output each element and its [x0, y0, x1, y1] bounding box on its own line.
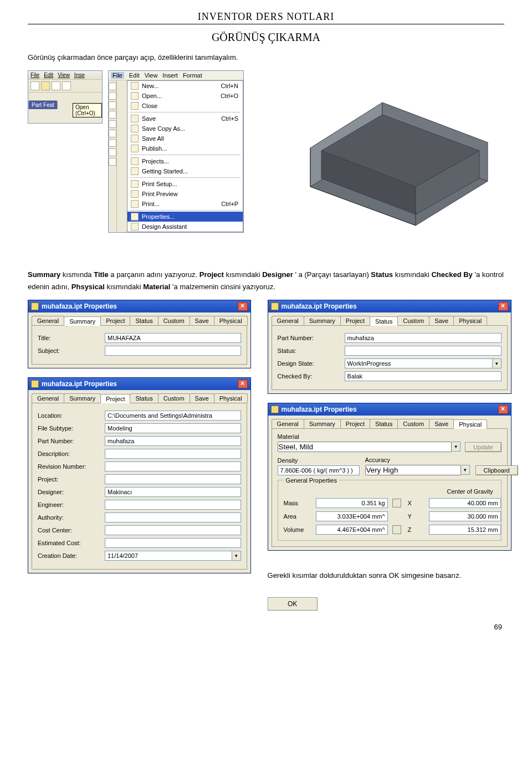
file-menu-item[interactable]: Close — [127, 101, 243, 111]
side-icon[interactable] — [109, 92, 116, 100]
file-menu-item[interactable]: Save All — [127, 134, 243, 143]
fm-menu-format[interactable]: Format — [183, 72, 202, 79]
file-menu-item[interactable]: Open...Ctrl+O — [127, 91, 243, 101]
menu-file[interactable]: File — [30, 72, 39, 78]
file-menu-item[interactable]: Print...Ctrl+P — [127, 199, 243, 209]
close-button[interactable]: × — [498, 302, 508, 311]
location-input[interactable] — [105, 411, 241, 421]
calc-icon[interactable] — [392, 499, 401, 508]
ok-button[interactable]: OK — [268, 597, 318, 611]
tab-general[interactable]: General — [272, 419, 304, 428]
designer-input[interactable] — [105, 487, 241, 497]
material-select[interactable] — [278, 442, 452, 452]
open-icon[interactable] — [41, 81, 50, 90]
area-input[interactable] — [316, 511, 388, 521]
tab-project[interactable]: Project — [100, 316, 130, 325]
tab-status[interactable]: Status — [370, 419, 398, 428]
side-icon[interactable] — [109, 130, 116, 137]
menu-edit[interactable]: Edit — [44, 72, 53, 78]
tab-general[interactable]: General — [32, 316, 64, 325]
tab-summary[interactable]: Summary — [304, 419, 341, 428]
file-menu-item[interactable]: Design Assistant — [127, 222, 243, 232]
tab-custom[interactable]: Custom — [158, 393, 190, 403]
undo-icon[interactable] — [62, 81, 71, 90]
close-button[interactable]: × — [498, 405, 508, 414]
tab-status[interactable]: Status — [130, 393, 158, 403]
tab-save[interactable]: Save — [429, 419, 454, 428]
tab-custom[interactable]: Custom — [397, 316, 429, 325]
density-input[interactable] — [278, 465, 360, 475]
fm-menu-insert[interactable]: Insert — [162, 72, 178, 79]
tab-project[interactable]: Project — [340, 316, 370, 325]
tab-general[interactable]: General — [32, 393, 64, 403]
designstate-select[interactable] — [345, 358, 493, 368]
projectfield-input[interactable] — [105, 474, 241, 484]
tab-save[interactable]: Save — [190, 316, 214, 325]
volume-input[interactable] — [316, 525, 388, 535]
tab-status[interactable]: Status — [370, 316, 398, 326]
side-icon[interactable] — [109, 158, 116, 166]
authority-input[interactable] — [105, 512, 241, 522]
accuracy-select[interactable] — [365, 465, 461, 475]
description-input[interactable] — [105, 449, 241, 459]
dropdown-arrow-icon[interactable]: ▼ — [461, 465, 470, 475]
checkedby-input[interactable] — [345, 371, 502, 381]
clipboard-button[interactable]: Clipboard — [475, 465, 518, 475]
partnumber-input[interactable] — [105, 436, 241, 446]
dropdown-arrow-icon[interactable]: ▼ — [493, 358, 502, 368]
tab-project[interactable]: Project — [340, 419, 370, 428]
side-icon[interactable] — [109, 148, 116, 156]
menu-insert[interactable]: Inse — [74, 72, 85, 78]
filesubtype-input[interactable] — [105, 423, 241, 433]
x-input[interactable] — [429, 498, 501, 508]
tab-physical[interactable]: Physical — [214, 393, 248, 403]
file-menu-item[interactable]: Print Setup... — [127, 179, 243, 189]
calc-icon[interactable] — [392, 525, 401, 534]
close-button[interactable]: × — [238, 380, 248, 388]
file-menu-item[interactable]: Projects... — [127, 156, 243, 166]
engineer-input[interactable] — [105, 500, 241, 510]
tab-status[interactable]: Status — [130, 316, 158, 325]
tab-physical[interactable]: Physical — [453, 419, 487, 429]
new-icon[interactable] — [30, 81, 39, 90]
side-icon[interactable] — [109, 111, 116, 119]
estimatedcost-input[interactable] — [105, 538, 241, 548]
close-button[interactable]: × — [238, 302, 248, 311]
status-input[interactable] — [345, 346, 502, 356]
subject-input[interactable] — [105, 346, 241, 356]
mini-menubar[interactable]: File Edit View Inse — [28, 71, 102, 80]
side-icon[interactable] — [109, 101, 116, 109]
fm-menu-view[interactable]: View — [145, 72, 158, 79]
menu-view[interactable]: View — [58, 72, 70, 78]
tab-general[interactable]: General — [272, 316, 304, 325]
fm-menu-edit[interactable]: Edit — [129, 72, 140, 79]
tab-summary[interactable]: Summary — [64, 393, 101, 403]
file-menu-item[interactable]: Save Copy As... — [127, 124, 243, 134]
z-input[interactable] — [429, 525, 501, 535]
fm-menu-file[interactable]: File — [111, 72, 124, 79]
tab-save[interactable]: Save — [429, 316, 454, 325]
side-icon[interactable] — [109, 120, 116, 128]
file-menu-item[interactable]: SaveCtrl+S — [127, 114, 243, 124]
side-icon[interactable] — [109, 139, 116, 147]
revision-input[interactable] — [105, 462, 241, 471]
update-button[interactable]: Update — [465, 442, 501, 452]
file-menu-item[interactable]: Publish... — [127, 143, 243, 153]
file-menu-item[interactable]: New...Ctrl+N — [127, 81, 243, 91]
file-menu-item[interactable]: Getting Started... — [127, 166, 243, 176]
costcenter-input[interactable] — [105, 525, 241, 535]
tab-summary[interactable]: Summary — [64, 316, 101, 326]
y-input[interactable] — [429, 511, 501, 521]
partnumber-input[interactable] — [345, 333, 502, 343]
part-features-tab[interactable]: Part Feat — [28, 100, 58, 109]
dropdown-arrow-icon[interactable]: ▼ — [452, 442, 461, 452]
tab-physical[interactable]: Physical — [214, 316, 248, 325]
mass-input[interactable] — [316, 498, 388, 508]
save-icon[interactable] — [52, 81, 60, 90]
title-input[interactable] — [105, 333, 241, 343]
tab-physical[interactable]: Physical — [453, 316, 487, 325]
tab-save[interactable]: Save — [190, 393, 214, 403]
file-menu-item[interactable]: Properties... — [127, 212, 243, 222]
dropdown-arrow-icon[interactable]: ▼ — [232, 551, 241, 561]
tab-project[interactable]: Project — [100, 394, 130, 403]
